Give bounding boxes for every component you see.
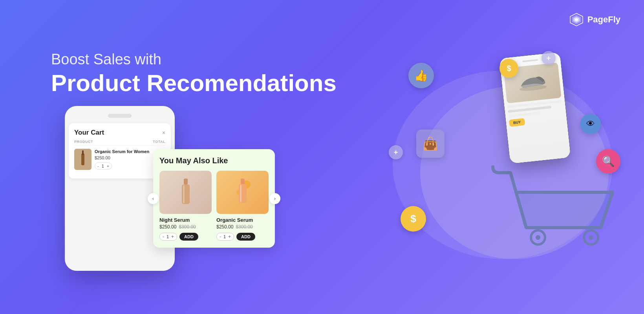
dollar-coin-bottom-icon: $ [401,206,426,232]
phone-notch [108,114,132,118]
rec-price-old-2: $300.00 [236,224,252,230]
rec-price-current-2: $250.00 [216,224,233,230]
rec-products-list: Night Serum $250.00 $300.00 - 1 + ADD [159,171,269,241]
rec-product-name-1: Night Serum [159,217,212,223]
illustration-area: BUY 👍 $ + 👁 🔍 + 👜 $ [377,39,628,283]
column-total-label: TOTAL [153,140,165,144]
product-image [74,149,91,170]
rec-price-current-1: $250.00 [159,224,176,230]
bag-icon-float: 👜 [416,130,445,158]
dollar-coin-top-icon: $ [499,59,518,78]
hero-title: Product Recomendations [51,70,337,96]
svg-rect-4 [184,179,188,184]
search-icon-float: 🔍 [596,149,620,173]
rec-qty-decrease-2[interactable]: - [220,234,221,239]
rec-qty-increase-1[interactable]: + [171,234,174,239]
plus-top-right-icon: + [542,51,556,65]
plus-left-icon: + [389,145,403,159]
serum-bottle-1-svg [176,177,196,208]
product-img-bottle [81,153,84,165]
rec-product-1: Night Serum $250.00 $300.00 - 1 + ADD [159,171,212,241]
rec-panel-title: You May Also Like [159,156,269,165]
product-price: $250.00 [95,155,157,160]
cart-header: Your Cart × [74,129,165,137]
pagefly-logo-icon [569,13,584,27]
rec-product-name-2: Organic Serum [216,217,269,223]
hero-section: Boost Sales with Product Recomendations [51,51,337,96]
product-name: Organic Serum for Women [95,149,157,154]
rec-add-button-2[interactable]: ADD [236,233,255,241]
qty-decrease-btn[interactable]: - [97,164,99,168]
svg-point-17 [589,235,593,240]
thumbs-up-icon: 👍 [408,63,434,88]
rec-qty-decrease-1[interactable]: - [163,234,164,239]
rec-qty-increase-2[interactable]: + [228,234,231,239]
serum-bottle-2-svg [233,177,252,208]
hero-subtitle: Boost Sales with [51,51,337,68]
rec-add-button-1[interactable]: ADD [179,233,198,241]
rec-nav-prev[interactable]: ‹ [148,193,159,204]
qty-value: 1 [101,164,105,168]
rec-product-2: Organic Serum $250.00 $300.00 - 1 + ADD [216,171,269,241]
product-info: Organic Serum for Women $250.00 - 1 + [95,149,157,170]
product-img-dropper [82,150,84,155]
rec-product-img-2 [216,171,269,214]
svg-point-16 [536,235,540,240]
shoe-svg [516,71,549,94]
shopping-cart-svg [491,165,624,275]
svg-rect-6 [183,185,185,203]
svg-rect-11 [240,185,242,202]
rec-product-prices-1: $250.00 $300.00 [159,224,212,230]
rec-qty-control-1[interactable]: - 1 + [159,233,177,241]
rec-product-prices-2: $250.00 $300.00 [216,224,269,230]
rec-price-old-1: $300.00 [179,224,196,230]
cart-item: Organic Serum for Women $250.00 - 1 + 🗑 [74,149,165,170]
svg-rect-9 [241,179,245,184]
rec-qty-control-2[interactable]: - 1 + [216,233,234,241]
logo-text: PageFly [587,15,620,25]
cart-close-icon[interactable]: × [162,130,165,136]
rec-product-img-1 [159,171,212,214]
eye-icon-float: 👁 [580,114,601,134]
cart-columns: PRODUCT TOTAL [74,140,165,146]
rec-add-row-1: - 1 + ADD [159,233,212,241]
qty-increase-btn[interactable]: + [107,164,109,168]
recommendation-panel: ‹ You May Also Like Night Serum $250.00 … [153,149,275,248]
rec-add-row-2: - 1 + ADD [216,233,269,241]
rec-qty-value-2: 1 [223,234,227,239]
logo-area: PageFly [569,13,620,27]
rec-qty-value-1: 1 [166,234,170,239]
cart-title: Your Cart [74,129,104,137]
quantity-control[interactable]: - 1 + [95,162,112,170]
rec-nav-next[interactable]: › [269,193,280,204]
column-product-label: PRODUCT [74,140,93,144]
